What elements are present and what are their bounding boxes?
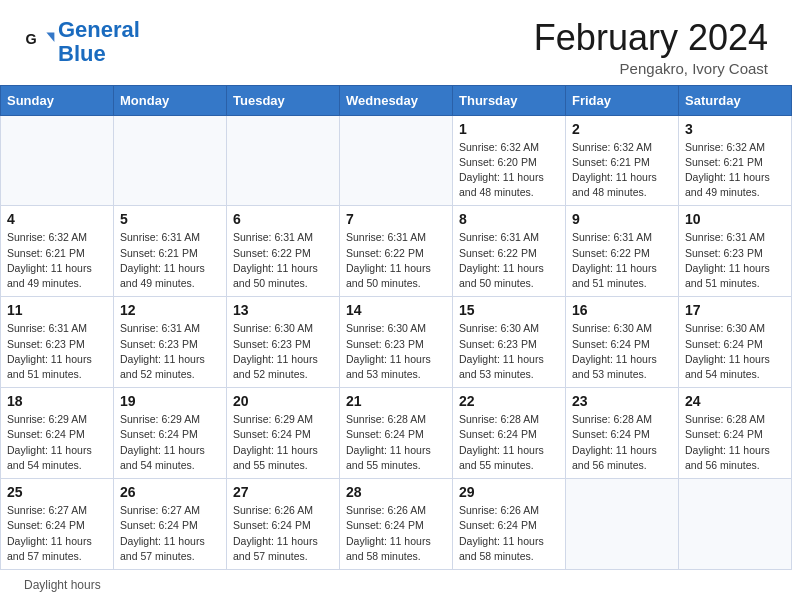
calendar-day-cell (340, 115, 453, 206)
calendar-day-cell: 8Sunrise: 6:31 AM Sunset: 6:22 PM Daylig… (453, 206, 566, 297)
day-detail: Sunrise: 6:31 AM Sunset: 6:23 PM Dayligh… (120, 321, 220, 382)
day-number: 16 (572, 302, 672, 318)
day-detail: Sunrise: 6:30 AM Sunset: 6:23 PM Dayligh… (233, 321, 333, 382)
day-number: 29 (459, 484, 559, 500)
page-header: G General Blue February 2024 Pengakro, I… (0, 0, 792, 85)
calendar-week-row: 25Sunrise: 6:27 AM Sunset: 6:24 PM Dayli… (1, 479, 792, 570)
day-detail: Sunrise: 6:32 AM Sunset: 6:21 PM Dayligh… (7, 230, 107, 291)
day-detail: Sunrise: 6:28 AM Sunset: 6:24 PM Dayligh… (459, 412, 559, 473)
day-detail: Sunrise: 6:30 AM Sunset: 6:24 PM Dayligh… (685, 321, 785, 382)
calendar-day-cell: 9Sunrise: 6:31 AM Sunset: 6:22 PM Daylig… (566, 206, 679, 297)
calendar-day-cell: 11Sunrise: 6:31 AM Sunset: 6:23 PM Dayli… (1, 297, 114, 388)
day-number: 12 (120, 302, 220, 318)
calendar-week-row: 4Sunrise: 6:32 AM Sunset: 6:21 PM Daylig… (1, 206, 792, 297)
calendar-week-row: 18Sunrise: 6:29 AM Sunset: 6:24 PM Dayli… (1, 388, 792, 479)
calendar-week-row: 1Sunrise: 6:32 AM Sunset: 6:20 PM Daylig… (1, 115, 792, 206)
day-number: 5 (120, 211, 220, 227)
day-number: 28 (346, 484, 446, 500)
calendar-day-cell (679, 479, 792, 570)
day-number: 21 (346, 393, 446, 409)
calendar-day-cell: 5Sunrise: 6:31 AM Sunset: 6:21 PM Daylig… (114, 206, 227, 297)
day-detail: Sunrise: 6:31 AM Sunset: 6:22 PM Dayligh… (346, 230, 446, 291)
day-number: 15 (459, 302, 559, 318)
calendar-day-cell: 26Sunrise: 6:27 AM Sunset: 6:24 PM Dayli… (114, 479, 227, 570)
calendar-week-row: 11Sunrise: 6:31 AM Sunset: 6:23 PM Dayli… (1, 297, 792, 388)
calendar-weekday-header: Sunday (1, 85, 114, 115)
page-title: February 2024 (534, 18, 768, 58)
calendar-day-cell: 13Sunrise: 6:30 AM Sunset: 6:23 PM Dayli… (227, 297, 340, 388)
calendar-day-cell: 28Sunrise: 6:26 AM Sunset: 6:24 PM Dayli… (340, 479, 453, 570)
svg-text:G: G (26, 31, 37, 47)
day-number: 13 (233, 302, 333, 318)
calendar-weekday-header: Monday (114, 85, 227, 115)
calendar-day-cell: 20Sunrise: 6:29 AM Sunset: 6:24 PM Dayli… (227, 388, 340, 479)
daylight-label: Daylight hours (24, 578, 101, 592)
day-detail: Sunrise: 6:29 AM Sunset: 6:24 PM Dayligh… (120, 412, 220, 473)
calendar-day-cell (1, 115, 114, 206)
day-detail: Sunrise: 6:30 AM Sunset: 6:23 PM Dayligh… (459, 321, 559, 382)
calendar-day-cell: 19Sunrise: 6:29 AM Sunset: 6:24 PM Dayli… (114, 388, 227, 479)
calendar-day-cell: 10Sunrise: 6:31 AM Sunset: 6:23 PM Dayli… (679, 206, 792, 297)
day-number: 20 (233, 393, 333, 409)
day-detail: Sunrise: 6:28 AM Sunset: 6:24 PM Dayligh… (346, 412, 446, 473)
day-number: 18 (7, 393, 107, 409)
page-subtitle: Pengakro, Ivory Coast (534, 60, 768, 77)
day-detail: Sunrise: 6:31 AM Sunset: 6:22 PM Dayligh… (233, 230, 333, 291)
calendar-weekday-header: Saturday (679, 85, 792, 115)
calendar-day-cell: 29Sunrise: 6:26 AM Sunset: 6:24 PM Dayli… (453, 479, 566, 570)
calendar-day-cell: 23Sunrise: 6:28 AM Sunset: 6:24 PM Dayli… (566, 388, 679, 479)
calendar-day-cell: 17Sunrise: 6:30 AM Sunset: 6:24 PM Dayli… (679, 297, 792, 388)
day-detail: Sunrise: 6:28 AM Sunset: 6:24 PM Dayligh… (572, 412, 672, 473)
calendar-day-cell: 15Sunrise: 6:30 AM Sunset: 6:23 PM Dayli… (453, 297, 566, 388)
day-detail: Sunrise: 6:29 AM Sunset: 6:24 PM Dayligh… (233, 412, 333, 473)
day-number: 2 (572, 121, 672, 137)
logo-icon: G (24, 26, 56, 58)
day-detail: Sunrise: 6:31 AM Sunset: 6:23 PM Dayligh… (7, 321, 107, 382)
day-detail: Sunrise: 6:30 AM Sunset: 6:23 PM Dayligh… (346, 321, 446, 382)
calendar-day-cell: 27Sunrise: 6:26 AM Sunset: 6:24 PM Dayli… (227, 479, 340, 570)
calendar-footer: Daylight hours (0, 570, 792, 598)
day-detail: Sunrise: 6:26 AM Sunset: 6:24 PM Dayligh… (233, 503, 333, 564)
day-detail: Sunrise: 6:32 AM Sunset: 6:21 PM Dayligh… (685, 140, 785, 201)
calendar-day-cell: 12Sunrise: 6:31 AM Sunset: 6:23 PM Dayli… (114, 297, 227, 388)
calendar-day-cell: 3Sunrise: 6:32 AM Sunset: 6:21 PM Daylig… (679, 115, 792, 206)
calendar-header-row: SundayMondayTuesdayWednesdayThursdayFrid… (1, 85, 792, 115)
day-detail: Sunrise: 6:31 AM Sunset: 6:22 PM Dayligh… (572, 230, 672, 291)
calendar-day-cell: 4Sunrise: 6:32 AM Sunset: 6:21 PM Daylig… (1, 206, 114, 297)
day-number: 7 (346, 211, 446, 227)
calendar-weekday-header: Tuesday (227, 85, 340, 115)
logo: G General Blue (24, 18, 140, 66)
day-number: 25 (7, 484, 107, 500)
calendar-weekday-header: Thursday (453, 85, 566, 115)
day-detail: Sunrise: 6:27 AM Sunset: 6:24 PM Dayligh… (7, 503, 107, 564)
day-number: 23 (572, 393, 672, 409)
day-detail: Sunrise: 6:31 AM Sunset: 6:23 PM Dayligh… (685, 230, 785, 291)
day-number: 9 (572, 211, 672, 227)
day-number: 24 (685, 393, 785, 409)
day-number: 10 (685, 211, 785, 227)
day-detail: Sunrise: 6:28 AM Sunset: 6:24 PM Dayligh… (685, 412, 785, 473)
calendar-day-cell: 21Sunrise: 6:28 AM Sunset: 6:24 PM Dayli… (340, 388, 453, 479)
day-number: 8 (459, 211, 559, 227)
day-number: 4 (7, 211, 107, 227)
day-number: 1 (459, 121, 559, 137)
day-number: 17 (685, 302, 785, 318)
calendar-day-cell: 25Sunrise: 6:27 AM Sunset: 6:24 PM Dayli… (1, 479, 114, 570)
calendar-day-cell: 7Sunrise: 6:31 AM Sunset: 6:22 PM Daylig… (340, 206, 453, 297)
day-detail: Sunrise: 6:30 AM Sunset: 6:24 PM Dayligh… (572, 321, 672, 382)
day-number: 3 (685, 121, 785, 137)
day-detail: Sunrise: 6:31 AM Sunset: 6:22 PM Dayligh… (459, 230, 559, 291)
day-detail: Sunrise: 6:27 AM Sunset: 6:24 PM Dayligh… (120, 503, 220, 564)
calendar-day-cell: 24Sunrise: 6:28 AM Sunset: 6:24 PM Dayli… (679, 388, 792, 479)
calendar-day-cell (566, 479, 679, 570)
day-number: 14 (346, 302, 446, 318)
day-number: 22 (459, 393, 559, 409)
title-block: February 2024 Pengakro, Ivory Coast (534, 18, 768, 77)
calendar-day-cell: 14Sunrise: 6:30 AM Sunset: 6:23 PM Dayli… (340, 297, 453, 388)
day-detail: Sunrise: 6:32 AM Sunset: 6:21 PM Dayligh… (572, 140, 672, 201)
calendar-day-cell: 1Sunrise: 6:32 AM Sunset: 6:20 PM Daylig… (453, 115, 566, 206)
calendar-weekday-header: Friday (566, 85, 679, 115)
day-detail: Sunrise: 6:26 AM Sunset: 6:24 PM Dayligh… (459, 503, 559, 564)
day-detail: Sunrise: 6:29 AM Sunset: 6:24 PM Dayligh… (7, 412, 107, 473)
calendar-day-cell: 16Sunrise: 6:30 AM Sunset: 6:24 PM Dayli… (566, 297, 679, 388)
